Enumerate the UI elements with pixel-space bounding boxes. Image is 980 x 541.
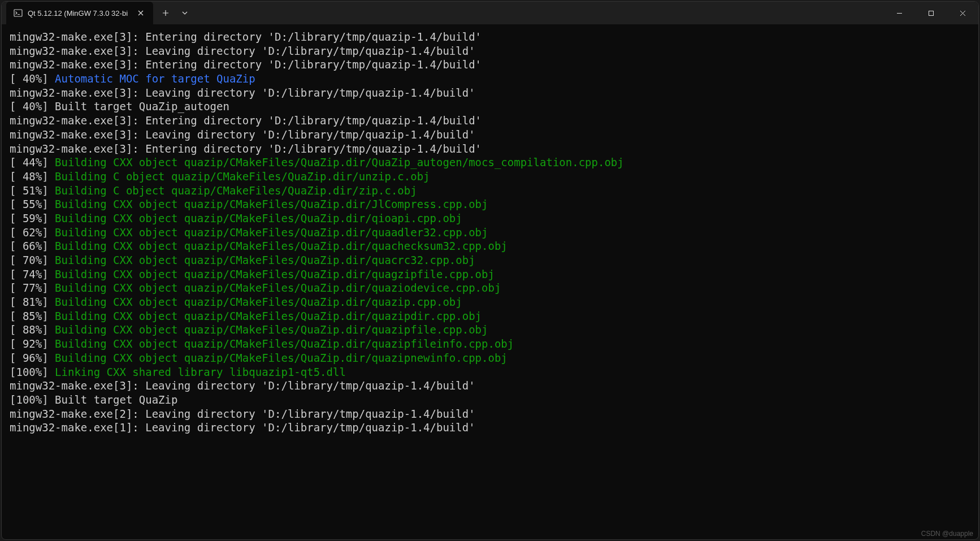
terminal-text: Automatic MOC for target QuaZip [55,72,255,85]
terminal-text: Building CXX object quazip/CMakeFiles/Qu… [55,226,488,239]
terminal-line: [ 44%] Building CXX object quazip/CMakeF… [10,155,970,170]
terminal-text: Building CXX object quazip/CMakeFiles/Qu… [55,282,501,294]
terminal-text: [ 48%] [10,170,55,183]
tab-active[interactable]: Qt 5.12.12 (MinGW 7.3.0 32-bi [6,2,153,24]
terminal-text: [ 96%] [10,352,55,364]
terminal-line: [100%] Built target QuaZip [10,393,970,407]
terminal-icon [13,8,23,18]
terminal-line: [ 74%] Building CXX object quazip/CMakeF… [10,267,970,282]
terminal-line: [ 88%] Building CXX object quazip/CMakeF… [10,323,970,337]
terminal-line: [ 81%] Building CXX object quazip/CMakeF… [10,295,970,309]
terminal-line: [100%] Linking CXX shared library libqua… [10,365,970,379]
terminal-text: [ 62%] [10,226,55,239]
titlebar: Qt 5.12.12 (MinGW 7.3.0 32-bi [2,2,978,24]
new-tab-button[interactable] [157,4,175,22]
terminal-line: [ 40%] Automatic MOC for target QuaZip [10,72,970,86]
terminal-text: [100%] Built target QuaZip [10,393,177,406]
terminal-text: mingw32-make.exe[3]: Entering directory … [10,142,482,155]
terminal-text: Building CXX object quazip/CMakeFiles/Qu… [55,254,475,266]
terminal-text: Building CXX object quazip/CMakeFiles/Qu… [55,212,462,224]
svg-rect-0 [14,10,22,16]
terminal-text: [ 88%] [10,323,55,336]
terminal-line: mingw32-make.exe[3]: Entering directory … [10,114,970,128]
terminal-line: [ 77%] Building CXX object quazip/CMakeF… [10,281,970,295]
terminal-text: Building CXX object quazip/CMakeFiles/Qu… [55,240,508,252]
terminal-text: mingw32-make.exe[3]: Leaving directory '… [10,128,475,141]
terminal-text: [ 59%] [10,212,55,224]
watermark: CSDN @duapple [921,530,973,538]
terminal-text: Building CXX object quazip/CMakeFiles/Qu… [55,310,482,322]
terminal-text: Building CXX object quazip/CMakeFiles/Qu… [55,268,495,280]
terminal-line: [ 55%] Building CXX object quazip/CMakeF… [10,197,970,211]
terminal-text: mingw32-make.exe[3]: Entering directory … [10,114,482,127]
window-controls [883,2,978,24]
terminal-text: [ 55%] [10,198,55,210]
terminal-text: [ 66%] [10,240,55,252]
terminal-text: [ 40%] [10,72,55,85]
close-button[interactable] [947,2,978,24]
terminal-line: [ 96%] Building CXX object quazip/CMakeF… [10,351,970,365]
terminal-text: [ 51%] [10,184,55,197]
terminal-text: [ 74%] [10,268,55,280]
tab-dropdown-button[interactable] [176,4,194,22]
terminal-line: mingw32-make.exe[3]: Entering directory … [10,30,970,44]
terminal-output[interactable]: mingw32-make.exe[3]: Entering directory … [2,24,978,539]
terminal-text: Building CXX object quazip/CMakeFiles/Qu… [55,156,624,168]
terminal-text: [ 40%] Built target QuaZip_autogen [10,100,229,112]
terminal-text: Building CXX object quazip/CMakeFiles/Qu… [55,296,462,308]
terminal-text: [ 70%] [10,254,55,266]
terminal-window: Qt 5.12.12 (MinGW 7.3.0 32-bi mingw32-ma… [1,1,979,540]
terminal-text: mingw32-make.exe[1]: Leaving directory '… [10,421,475,434]
terminal-line: [ 85%] Building CXX object quazip/CMakeF… [10,309,970,323]
terminal-text: [ 77%] [10,282,55,294]
svg-rect-3 [929,11,933,15]
terminal-line: mingw32-make.exe[3]: Leaving directory '… [10,128,970,142]
terminal-line: mingw32-make.exe[3]: Entering directory … [10,142,970,156]
terminal-line: [ 66%] Building CXX object quazip/CMakeF… [10,239,970,253]
maximize-button[interactable] [915,2,947,24]
terminal-text: [100%] [10,366,55,378]
terminal-text: Building CXX object quazip/CMakeFiles/Qu… [55,323,488,336]
terminal-text: [ 44%] [10,156,55,168]
terminal-line: [ 70%] Building CXX object quazip/CMakeF… [10,253,970,267]
terminal-line: mingw32-make.exe[3]: Entering directory … [10,58,970,72]
terminal-line: mingw32-make.exe[3]: Leaving directory '… [10,379,970,393]
terminal-line: mingw32-make.exe[1]: Leaving directory '… [10,421,970,435]
tab-close-button[interactable] [135,7,146,19]
terminal-line: [ 62%] Building CXX object quazip/CMakeF… [10,226,970,240]
terminal-text: Linking CXX shared library libquazip1-qt… [55,366,346,378]
terminal-text: Building CXX object quazip/CMakeFiles/Qu… [55,337,514,350]
terminal-text: [ 81%] [10,296,55,308]
terminal-line: [ 40%] Built target QuaZip_autogen [10,99,970,114]
terminal-line: mingw32-make.exe[3]: Leaving directory '… [10,86,970,100]
terminal-text: mingw32-make.exe[3]: Leaving directory '… [10,379,475,392]
terminal-text: mingw32-make.exe[3]: Entering directory … [10,31,482,43]
terminal-text: Building CXX object quazip/CMakeFiles/Qu… [55,198,488,210]
terminal-line: [ 92%] Building CXX object quazip/CMakeF… [10,337,970,351]
terminal-line: mingw32-make.exe[3]: Leaving directory '… [10,44,970,58]
terminal-text: mingw32-make.exe[3]: Leaving directory '… [10,86,475,99]
terminal-line: [ 51%] Building C object quazip/CMakeFil… [10,184,970,198]
tab-title: Qt 5.12.12 (MinGW 7.3.0 32-bi [28,9,128,18]
terminal-text: mingw32-make.exe[3]: Leaving directory '… [10,45,475,57]
terminal-text: mingw32-make.exe[3]: Entering directory … [10,58,482,71]
terminal-text: mingw32-make.exe[2]: Leaving directory '… [10,408,475,420]
terminal-line: mingw32-make.exe[2]: Leaving directory '… [10,407,970,421]
terminal-line: [ 48%] Building C object quazip/CMakeFil… [10,170,970,184]
terminal-text: [ 85%] [10,310,55,322]
terminal-text: Building CXX object quazip/CMakeFiles/Qu… [55,352,508,364]
minimize-button[interactable] [883,2,915,24]
terminal-text: Building C object quazip/CMakeFiles/QuaZ… [55,184,417,197]
terminal-line: [ 59%] Building CXX object quazip/CMakeF… [10,211,970,226]
terminal-text: [ 92%] [10,337,55,350]
terminal-text: Building C object quazip/CMakeFiles/QuaZ… [55,170,430,183]
